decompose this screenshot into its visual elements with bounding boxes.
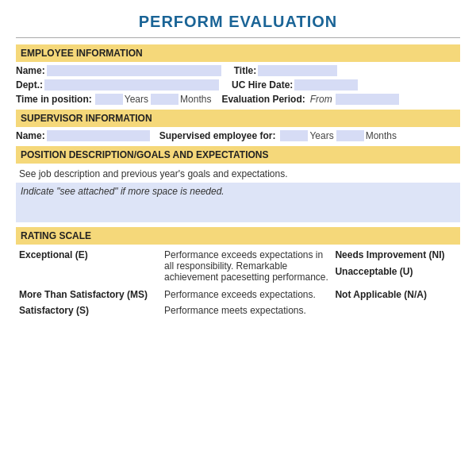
position-row: Time in position: Years Months Evaluatio… <box>16 94 460 105</box>
position-textarea[interactable]: Indicate "see attached" if more space is… <box>16 183 460 222</box>
employee-section: EMPLOYEE INFORMATION Name: Title: Dept.:… <box>16 44 460 105</box>
supervisor-section: SUPERVISOR INFORMATION Name: Supervised … <box>16 110 460 141</box>
rating-desc-satisfactory: Performance meets expectations. <box>161 302 332 318</box>
rating-desc-ms: Performance exceeds expectations. <box>161 284 332 302</box>
rating-section: RATING SCALE Exceptional (E) Performance… <box>16 227 460 318</box>
supervisor-name-row: Name: Supervised employee for: Years Mon… <box>16 130 460 141</box>
years-input[interactable] <box>95 94 123 105</box>
rating-desc-exceptional: Performance exceeds expectations in all … <box>161 248 332 284</box>
years-text: Years <box>125 94 148 105</box>
employee-header: EMPLOYEE INFORMATION <box>16 44 460 62</box>
months-input[interactable] <box>151 94 178 105</box>
rating-header: RATING SCALE <box>16 227 460 245</box>
position-desc: See job description and previous year's … <box>16 167 460 181</box>
sup-years-text: Years <box>309 130 333 141</box>
sup-months-text: Months <box>366 130 397 141</box>
months-text: Months <box>180 94 211 105</box>
dept-input[interactable] <box>44 79 219 91</box>
position-section: POSITION DESCRIPTION/GOALS AND EXPECTATI… <box>16 146 460 222</box>
name-row: Name: Title: <box>16 65 460 76</box>
hire-label: UC Hire Date: <box>232 79 293 91</box>
supervisor-header: SUPERVISOR INFORMATION <box>16 110 460 127</box>
position-header: POSITION DESCRIPTION/GOALS AND EXPECTATI… <box>16 146 460 164</box>
rating-right-na: Not Applicable (N/A) <box>332 284 460 302</box>
rating-label-satisfactory: Satisfactory (S) <box>16 302 161 318</box>
supervised-label: Supervised employee for: <box>159 130 276 141</box>
name-input[interactable] <box>47 65 221 76</box>
table-row: Satisfactory (S) Performance meets expec… <box>16 302 460 318</box>
rating-label-ms: More Than Satisfactory (MS) <box>16 284 161 302</box>
sup-name-input[interactable] <box>47 130 150 141</box>
eval-label: Evaluation Period: <box>221 94 305 105</box>
rating-label-exceptional: Exceptional (E) <box>16 248 161 264</box>
rating-right-needs: Needs Improvement (NI) <box>332 248 460 264</box>
table-row: Exceptional (E) Performance exceeds expe… <box>16 248 460 264</box>
page-title: PERFORM EVALUATION <box>16 13 460 31</box>
title-input[interactable] <box>258 65 337 76</box>
name-label: Name: <box>16 65 45 76</box>
title-label: Title: <box>234 65 256 76</box>
sup-name-label: Name: <box>16 130 45 141</box>
from-text: From <box>310 94 332 105</box>
rating-right-unacceptable: Unacceptable (U) <box>332 264 460 281</box>
hire-date-input[interactable] <box>294 79 358 91</box>
rating-table: Exceptional (E) Performance exceeds expe… <box>16 248 460 318</box>
sup-months-input[interactable] <box>336 130 364 141</box>
from-input[interactable] <box>336 94 399 105</box>
sup-years-input[interactable] <box>280 130 308 141</box>
dept-row: Dept.: UC Hire Date: <box>16 79 460 91</box>
table-row: More Than Satisfactory (MS) Performance … <box>16 284 460 302</box>
title-divider <box>16 37 460 38</box>
dept-label: Dept.: <box>16 79 43 91</box>
position-label: Time in position: <box>16 94 92 105</box>
